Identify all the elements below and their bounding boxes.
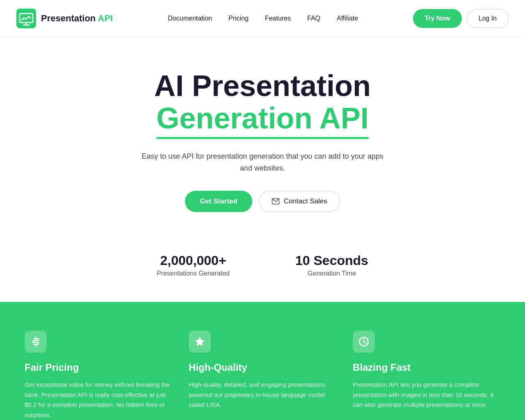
feature-fair-pricing: Fair Pricing Get exceptional value for m… (25, 331, 172, 420)
hero-subtitle: Easy to use API for presentation generat… (135, 151, 390, 174)
high-quality-desc: High-quality, detailed, and engaging pre… (189, 380, 336, 410)
logo-text: Presentation API (41, 13, 113, 24)
nav-pricing[interactable]: Pricing (228, 15, 249, 22)
stats-section: 2,000,000+ Presentations Generated 10 Se… (0, 237, 525, 302)
hero-title-black: AI Presentation Generation API (16, 70, 509, 139)
nav-affiliate[interactable]: Affiliate (337, 15, 358, 22)
feature-blazing-fast: Blazing Fast Presentation API lets you g… (353, 331, 500, 420)
nav-faq[interactable]: FAQ (307, 15, 320, 22)
login-button[interactable]: Log In (467, 9, 509, 28)
star-icon (194, 336, 205, 347)
fair-pricing-desc: Get exceptional value for money without … (25, 380, 172, 420)
fair-pricing-icon-box (25, 331, 47, 353)
contact-sales-button[interactable]: Contact Sales (259, 191, 340, 212)
logo-icon (16, 9, 36, 28)
nav-features[interactable]: Features (265, 15, 291, 22)
blazing-fast-desc: Presentation API lets you generate a com… (353, 380, 500, 410)
header-buttons: Try Now Log In (413, 9, 509, 28)
hero-title-green: Generation API (156, 102, 368, 139)
high-quality-icon-box (189, 331, 211, 353)
stat-presentations: 2,000,000+ Presentations Generated (157, 253, 230, 277)
svg-marker-5 (195, 337, 204, 346)
feature-high-quality: High-Quality High-quality, detailed, and… (189, 331, 336, 420)
get-started-button[interactable]: Get Started (185, 191, 252, 212)
blazing-fast-title: Blazing Fast (353, 362, 500, 373)
features-section: Fair Pricing Get exceptional value for m… (0, 302, 525, 420)
hero-section: AI Presentation Generation API Easy to u… (0, 37, 525, 237)
try-now-button[interactable]: Try Now (413, 9, 461, 28)
stat-presentations-value: 2,000,000+ (157, 253, 230, 268)
stat-generation-time: 10 Seconds Generation Time (295, 253, 368, 277)
logo[interactable]: Presentation API (16, 9, 113, 28)
dollar-sign-icon (30, 336, 41, 347)
fair-pricing-title: Fair Pricing (25, 362, 172, 373)
stat-generation-value: 10 Seconds (295, 253, 368, 268)
blazing-fast-icon-box (353, 331, 375, 353)
stat-presentations-label: Presentations Generated (157, 270, 230, 277)
main-nav: Documentation Pricing Features FAQ Affil… (168, 15, 358, 22)
header: Presentation API Documentation Pricing F… (0, 0, 525, 37)
stat-generation-label: Generation Time (295, 270, 368, 277)
clock-icon (358, 336, 370, 347)
email-icon (272, 197, 280, 205)
nav-documentation[interactable]: Documentation (168, 15, 212, 22)
high-quality-title: High-Quality (189, 362, 336, 373)
hero-buttons: Get Started Contact Sales (16, 191, 509, 212)
